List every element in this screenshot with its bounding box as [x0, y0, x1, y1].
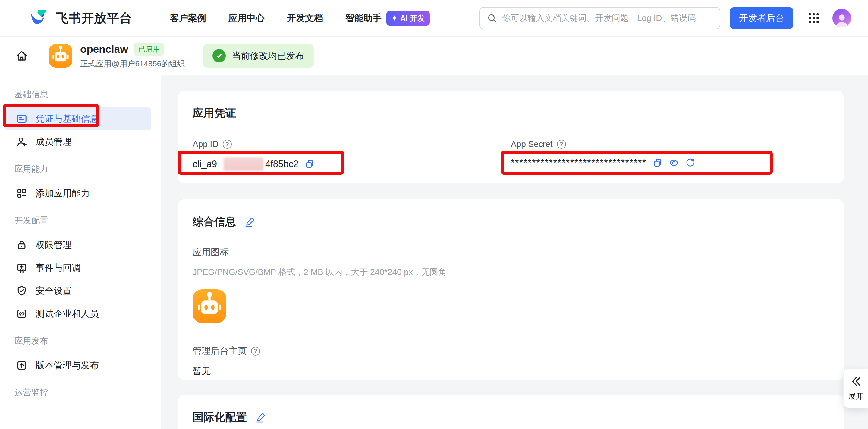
credentials-card: 应用凭证 App ID ? cli_a94f85bc2	[178, 90, 844, 183]
app-secret-label: App Secret	[511, 139, 553, 149]
admin-homepage-value: 暂无	[193, 365, 829, 377]
help-icon[interactable]: ?	[223, 140, 232, 149]
sidebar-item-label: 权限管理	[36, 239, 72, 251]
i18n-config-card: 国际化配置	[178, 395, 844, 429]
feishu-bird-icon	[30, 10, 49, 27]
divider	[14, 210, 146, 210]
edit-pencil-icon	[244, 217, 255, 227]
edit-general-info-button[interactable]	[244, 217, 255, 227]
nav-dev-docs[interactable]: 开发文档	[287, 12, 323, 24]
apps-grid-icon[interactable]	[807, 11, 820, 25]
divider	[38, 47, 38, 64]
person-silhouette-icon	[833, 12, 850, 27]
admin-homepage-label: 管理后台主页	[193, 345, 247, 357]
copy-app-id-button[interactable]	[304, 159, 315, 169]
sidebar-item-test-org[interactable]: 测试企业和人员	[5, 302, 151, 325]
grid-add-icon	[16, 187, 28, 199]
nav-customer-cases[interactable]: 客户案例	[170, 12, 206, 24]
sidebar-item-members[interactable]: 成员管理	[5, 130, 151, 153]
sidebar: 基础信息 凭证与基础信息 成员管理 应用能力 添加应用能力 开发配置 权限管理	[0, 76, 161, 429]
copy-app-secret-button[interactable]	[652, 158, 663, 168]
credential-card-icon	[16, 113, 28, 125]
main-content: 应用凭证 App ID ? cli_a94f85bc2	[161, 76, 868, 429]
publish-status-pill: 当前修改均已发布	[203, 44, 314, 67]
sidebar-section-release: 应用发布	[14, 336, 161, 346]
sidebar-item-label: 版本管理与发布	[36, 359, 99, 372]
double-chevron-left-icon	[849, 375, 863, 388]
sidebar-item-label: 测试企业和人员	[36, 308, 99, 320]
sidebar-item-label: 添加应用能力	[36, 187, 90, 200]
sidebar-section-monitoring: 运营监控	[14, 388, 161, 398]
app-icon-label: 应用图标	[193, 246, 829, 259]
nav-app-center[interactable]: 应用中心	[228, 12, 265, 24]
eye-icon	[669, 158, 679, 168]
brand-title: 飞书开放平台	[56, 10, 132, 27]
sidebar-item-permissions[interactable]: 权限管理	[5, 233, 151, 256]
edit-i18n-button[interactable]	[255, 412, 266, 423]
code-brackets-icon	[16, 308, 28, 320]
view-secret-button[interactable]	[669, 158, 679, 168]
app-name: openclaw	[80, 43, 128, 55]
search-box[interactable]	[479, 7, 720, 29]
card-title: 综合信息	[193, 214, 236, 229]
app-secret-value: ********************************	[511, 158, 829, 168]
expand-panel-button[interactable]: 展开	[843, 369, 868, 408]
status-badge-enabled: 已启用	[134, 42, 164, 56]
sidebar-item-credentials[interactable]: 凭证与基础信息	[5, 107, 151, 130]
sidebar-item-label: 安全设置	[36, 285, 72, 297]
search-input[interactable]	[502, 13, 713, 23]
upload-box-icon	[16, 359, 28, 371]
sidebar-item-events[interactable]: 事件与回调	[5, 256, 151, 279]
sidebar-section-basic-info: 基础信息	[14, 89, 161, 99]
home-icon	[16, 50, 28, 62]
nav-ai-assistant[interactable]: 智能助手 ✦ AI 开发	[345, 11, 430, 26]
app-header-bar: openclaw 已启用 正式应用@用户614856的组织 当前修改均已发布	[0, 36, 868, 76]
sparkle-icon: ✦	[391, 14, 398, 23]
app-icon-requirements: JPEG/PNG/SVG/BMP 格式，2 MB 以内，大于 240*240 p…	[193, 266, 829, 278]
check-circle-icon	[213, 49, 226, 62]
event-callback-icon	[16, 262, 28, 274]
card-title: 国际化配置	[193, 410, 247, 425]
copy-icon	[652, 158, 663, 168]
card-title: 应用凭证	[193, 106, 829, 121]
shield-check-icon	[16, 285, 28, 297]
reset-secret-button[interactable]	[685, 158, 695, 168]
help-icon[interactable]: ?	[557, 140, 566, 149]
sidebar-item-label: 凭证与基础信息	[36, 113, 99, 125]
app-id-label: App ID	[193, 139, 218, 149]
app-secret-field: App Secret ? ***************************…	[511, 139, 829, 171]
sidebar-item-add-capability[interactable]: 添加应用能力	[5, 182, 151, 205]
sidebar-item-versions[interactable]: 版本管理与发布	[5, 354, 151, 377]
main-nav: 客户案例 应用中心 开发文档 智能助手 ✦ AI 开发	[170, 11, 430, 26]
expand-label: 展开	[848, 391, 864, 401]
help-icon[interactable]: ?	[251, 347, 260, 356]
copy-icon	[304, 159, 315, 169]
divider	[14, 158, 146, 159]
lock-icon	[16, 239, 28, 251]
sidebar-item-label: 事件与回调	[36, 262, 81, 274]
sidebar-section-capabilities: 应用能力	[14, 164, 161, 174]
home-button[interactable]	[16, 50, 28, 62]
app-id-value: cli_a94f85bc2	[193, 158, 511, 171]
app-id-field: App ID ? cli_a94f85bc2	[193, 139, 511, 171]
app-icon-preview	[193, 289, 226, 323]
user-avatar[interactable]	[832, 9, 851, 27]
feishu-logo[interactable]: 飞书开放平台	[30, 10, 132, 27]
refresh-icon	[685, 158, 695, 168]
app-subtitle: 正式应用@用户614856的组织	[80, 59, 185, 69]
user-add-icon	[16, 136, 28, 148]
app-meta: openclaw 已启用 正式应用@用户614856的组织	[80, 42, 185, 69]
top-navigation-bar: 飞书开放平台 客户案例 应用中心 开发文档 智能助手 ✦ AI 开发 开发者后台	[0, 0, 868, 36]
search-icon	[487, 13, 497, 24]
general-info-card: 综合信息 应用图标 JPEG/PNG/SVG/BMP 格式，2 MB 以内，大于…	[178, 199, 844, 380]
sidebar-section-dev-config: 开发配置	[14, 216, 161, 226]
app-icon	[49, 44, 72, 67]
edit-pencil-icon	[255, 412, 266, 423]
sidebar-item-security[interactable]: 安全设置	[5, 279, 151, 302]
publish-status-text: 当前修改均已发布	[232, 50, 304, 62]
developer-console-button[interactable]: 开发者后台	[730, 7, 793, 29]
redacted-blur	[224, 158, 264, 171]
sidebar-item-label: 成员管理	[36, 136, 72, 148]
ai-dev-badge: ✦ AI 开发	[386, 11, 430, 26]
